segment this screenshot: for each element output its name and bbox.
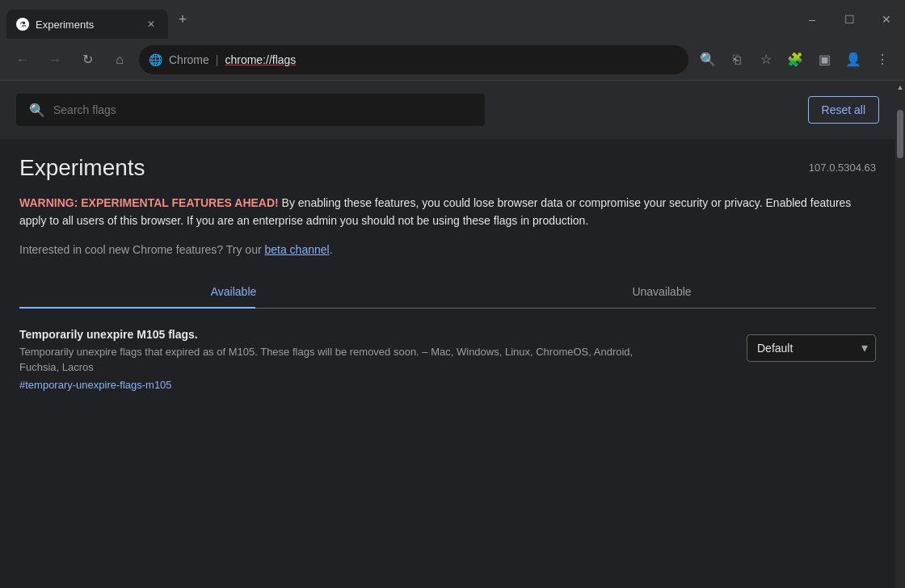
flag-title: Temporarily unexpire M105 flags.: [19, 328, 747, 341]
beta-text: Interested in cool new Chrome features? …: [19, 243, 264, 256]
window-controls: – ☐ ✕: [793, 0, 905, 39]
reset-all-button[interactable]: Reset all: [808, 96, 879, 124]
flag-info: Temporarily unexpire M105 flags. Tempora…: [19, 328, 747, 391]
close-window-button[interactable]: ✕: [868, 0, 905, 39]
warning-text: WARNING: EXPERIMENTAL FEATURES AHEAD! By…: [19, 194, 876, 230]
flag-description: Temporarily unexpire flags that expired …: [19, 344, 666, 376]
main-content: 🔍 Reset all Experiments 107.0.5304.63 WA…: [0, 81, 895, 588]
beta-period: .: [330, 243, 333, 256]
titlebar: Experiments ✕ + – ☐ ✕: [0, 0, 905, 39]
site-security-icon: 🌐: [149, 53, 162, 66]
sidebar-button[interactable]: ▣: [811, 47, 837, 73]
new-tab-button[interactable]: +: [171, 8, 194, 31]
tab-available[interactable]: Available: [19, 275, 448, 308]
tab-favicon: [16, 18, 29, 31]
home-button[interactable]: ⌂: [107, 47, 133, 73]
page-header: Experiments 107.0.5304.63: [19, 155, 876, 181]
toolbar: ← → ↻ ⌂ 🌐 Chrome | chrome://flags 🔍 ⎗ ☆ …: [0, 39, 905, 81]
site-name: Chrome: [169, 53, 209, 66]
search-input[interactable]: [53, 103, 472, 116]
maximize-button[interactable]: ☐: [831, 0, 868, 39]
flag-link[interactable]: #temporary-unexpire-flags-m105: [19, 379, 747, 391]
tab-close-button[interactable]: ✕: [144, 17, 158, 32]
scrollbar-up-arrow[interactable]: ▲: [895, 81, 905, 94]
page-title: Experiments: [19, 155, 145, 181]
reload-button[interactable]: ↻: [74, 47, 100, 73]
active-tab[interactable]: Experiments ✕: [6, 10, 168, 39]
back-button[interactable]: ←: [10, 47, 36, 73]
forward-button[interactable]: →: [42, 47, 68, 73]
extensions-button[interactable]: 🧩: [782, 47, 808, 73]
flag-item: Temporarily unexpire M105 flags. Tempora…: [19, 328, 876, 391]
scrollbar-thumb[interactable]: [897, 110, 903, 158]
flag-dropdown[interactable]: Default Enabled Disabled: [747, 334, 876, 362]
tabs-container: Available Unavailable: [19, 275, 876, 309]
beta-link-text: Interested in cool new Chrome features? …: [19, 243, 876, 256]
warning-prefix: WARNING: EXPERIMENTAL FEATURES AHEAD!: [19, 196, 279, 209]
share-button[interactable]: ⎗: [724, 47, 750, 73]
tab-group: Experiments ✕ +: [6, 0, 194, 39]
address-bar[interactable]: 🌐 Chrome | chrome://flags: [139, 45, 688, 74]
flag-select-wrapper: Default Enabled Disabled: [747, 334, 876, 362]
toolbar-icons: 🔍 ⎗ ☆ 🧩 ▣ 👤 ⋮: [695, 47, 895, 73]
address-url[interactable]: chrome://flags: [225, 53, 296, 66]
bookmark-button[interactable]: ☆: [753, 47, 779, 73]
address-separator: |: [216, 53, 219, 66]
search-container: 🔍 Reset all: [0, 81, 895, 139]
profile-button[interactable]: 👤: [840, 47, 866, 73]
scrollbar[interactable]: ▲: [895, 81, 905, 588]
menu-button[interactable]: ⋮: [869, 47, 895, 73]
flag-row: Temporarily unexpire M105 flags. Tempora…: [19, 328, 876, 391]
version-number: 107.0.5304.63: [809, 155, 876, 174]
search-bar[interactable]: 🔍: [16, 94, 485, 126]
tab-title: Experiments: [36, 19, 137, 31]
search-icon: 🔍: [29, 103, 45, 118]
tab-unavailable[interactable]: Unavailable: [448, 275, 876, 308]
beta-channel-link[interactable]: beta channel: [264, 243, 329, 256]
content-area: 🔍 Reset all Experiments 107.0.5304.63 WA…: [0, 81, 905, 588]
minimize-button[interactable]: –: [793, 0, 831, 39]
zoom-button[interactable]: 🔍: [695, 47, 721, 73]
experiments-page: Experiments 107.0.5304.63 WARNING: EXPER…: [0, 139, 895, 410]
